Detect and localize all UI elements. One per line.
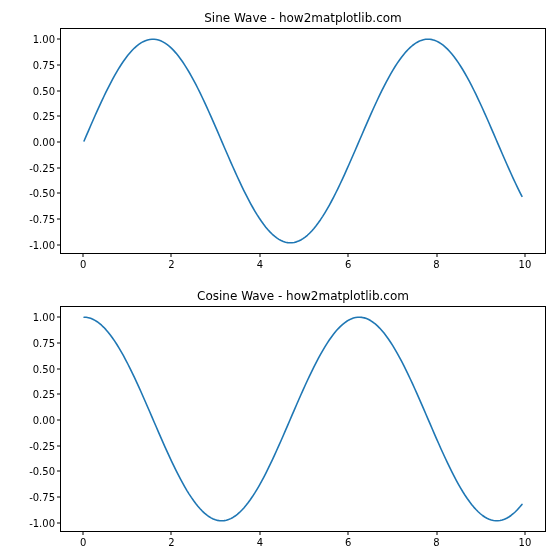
ytick-label: -1.00 [29,517,55,528]
xtick-mark [83,253,84,257]
xtick-label: 4 [257,259,263,270]
ytick-mark [57,394,61,395]
ytick-label: -1.00 [29,239,55,250]
ytick-label: -0.75 [29,214,55,225]
sine-line [61,29,545,253]
ytick-mark [57,90,61,91]
xtick-mark [348,531,349,535]
xtick-mark [436,531,437,535]
xtick-label: 8 [433,259,439,270]
ytick-label: 0.50 [33,363,55,374]
ytick-mark [57,342,61,343]
ytick-label: 0.75 [33,337,55,348]
ytick-label: -0.50 [29,188,55,199]
ytick-mark [57,445,61,446]
xtick-label: 0 [80,259,86,270]
xtick-label: 0 [80,537,86,548]
xtick-mark [524,253,525,257]
sine-chart: Sine Wave - how2matplotlib.com -1.00-0.7… [60,28,546,254]
ytick-mark [57,522,61,523]
ytick-label: 0.25 [33,111,55,122]
ytick-mark [57,142,61,143]
figure: Sine Wave - how2matplotlib.com -1.00-0.7… [0,0,560,560]
xtick-mark [348,253,349,257]
ytick-label: -0.25 [29,440,55,451]
xtick-mark [259,253,260,257]
xtick-mark [83,531,84,535]
ytick-mark [57,368,61,369]
xtick-mark [524,531,525,535]
ytick-mark [57,420,61,421]
ytick-label: -0.50 [29,466,55,477]
xtick-label: 2 [168,537,174,548]
ytick-mark [57,244,61,245]
ytick-label: -0.75 [29,492,55,503]
xtick-label: 8 [433,537,439,548]
ytick-label: 1.00 [33,34,55,45]
cosine-line [61,307,545,531]
xtick-mark [171,253,172,257]
ytick-label: 0.00 [33,137,55,148]
xtick-label: 10 [519,259,532,270]
ytick-mark [57,497,61,498]
ytick-mark [57,193,61,194]
xtick-label: 10 [519,537,532,548]
xtick-label: 2 [168,259,174,270]
ytick-label: 0.00 [33,415,55,426]
xtick-mark [259,531,260,535]
xtick-label: 6 [345,537,351,548]
xtick-label: 4 [257,537,263,548]
ytick-label: 0.75 [33,59,55,70]
cosine-title: Cosine Wave - how2matplotlib.com [61,289,545,303]
ytick-label: 0.25 [33,389,55,400]
xtick-mark [436,253,437,257]
ytick-label: 0.50 [33,85,55,96]
xtick-mark [171,531,172,535]
ytick-mark [57,64,61,65]
ytick-mark [57,317,61,318]
ytick-mark [57,116,61,117]
ytick-mark [57,471,61,472]
ytick-mark [57,39,61,40]
ytick-mark [57,167,61,168]
ytick-mark [57,219,61,220]
cosine-chart: Cosine Wave - how2matplotlib.com -1.00-0… [60,306,546,532]
ytick-label: 1.00 [33,312,55,323]
xtick-label: 6 [345,259,351,270]
sine-title: Sine Wave - how2matplotlib.com [61,11,545,25]
ytick-label: -0.25 [29,162,55,173]
